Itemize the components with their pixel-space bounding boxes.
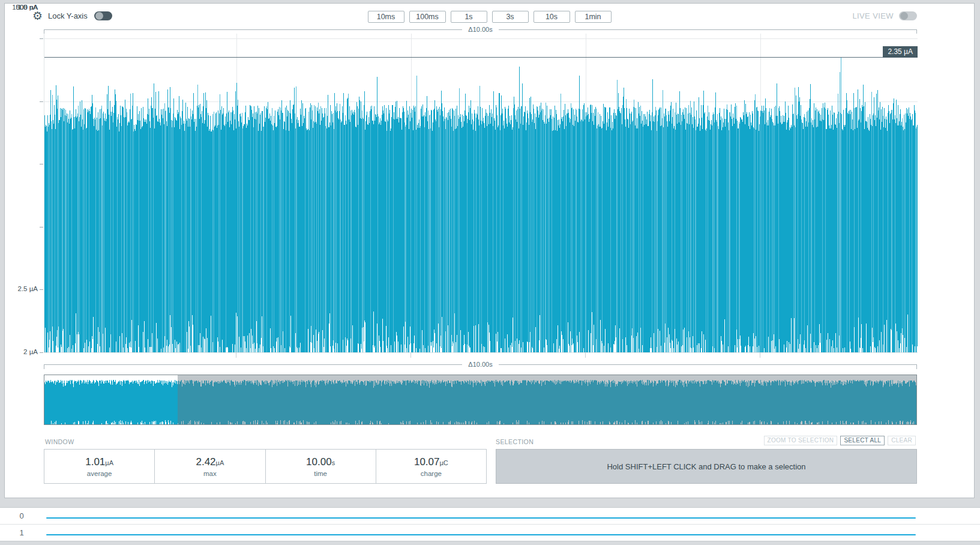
stat-time: 10.00s time (266, 450, 376, 483)
current-waveform-chart[interactable]: 2.35 µA (44, 34, 918, 353)
selection-section-label: SELECTION (496, 438, 534, 445)
window-section-label: WINDOW (45, 438, 74, 445)
x-axis-tick-mark (585, 352, 586, 358)
zoom-to-selection-button[interactable]: ZOOM TO SELECTION (764, 436, 838, 445)
digital-channel-label: 1 (14, 528, 29, 537)
bottom-time-axis: Δ10.00s (44, 360, 917, 369)
stat-unit: µA (216, 459, 224, 466)
stat-label: time (314, 470, 327, 477)
y-axis-tick-mark (40, 101, 43, 102)
digital-channel-row[interactable]: 1 (0, 525, 980, 541)
axis-line (499, 364, 917, 365)
digital-channels-panel: 0 1 (0, 507, 980, 541)
minimap-unselected-overlay (178, 375, 916, 424)
time-window-delta-label: Δ10.00s (468, 26, 492, 33)
stat-label: max (203, 470, 217, 477)
minimap[interactable] (44, 375, 917, 425)
window-button-1min[interactable]: 1min (575, 11, 612, 23)
window-button-3s[interactable]: 3s (492, 11, 529, 23)
power-profiler-panel: ⚙ Lock Y-axis 10ms 100ms 1s 3s 10s 1min … (4, 3, 975, 498)
axis-line (499, 29, 917, 30)
max-marker-badge: 2.35 µA (883, 46, 918, 58)
stat-charge: 10.07µC charge (376, 450, 486, 483)
window-button-1s[interactable]: 1s (451, 11, 487, 23)
select-all-button[interactable]: SELECT ALL (840, 436, 885, 445)
time-window-delta-label: Δ10.00s (468, 361, 492, 368)
selection-actions: ZOOM TO SELECTION SELECT ALL CLEAR (764, 436, 916, 445)
digital-channel-row[interactable]: 0 (0, 508, 980, 525)
y-axis-tick-label: 0 nA (5, 4, 38, 11)
live-view-control: LIVE VIEW (852, 11, 917, 20)
stat-unit: s (332, 459, 335, 466)
stat-label: charge (421, 470, 442, 477)
axis-line (44, 364, 462, 365)
stat-label: average (87, 470, 112, 477)
window-button-10ms[interactable]: 10ms (368, 11, 404, 23)
stat-max: 2.42µA max (155, 450, 265, 483)
live-view-toggle[interactable] (899, 11, 917, 20)
selection-hint-text: Hold SHIFT+LEFT CLICK and DRAG to make a… (607, 462, 805, 471)
stat-unit: µA (105, 459, 113, 466)
digital-channel-label: 0 (14, 511, 29, 520)
y-axis-tick-label: 2 µA (5, 348, 38, 355)
digital-channel-trace (46, 534, 916, 535)
stat-value: 10.00 (306, 456, 332, 468)
stat-average: 1.01µA average (44, 450, 155, 483)
max-marker-line (44, 57, 918, 58)
current-waveform (44, 34, 918, 352)
stat-value: 10.07 (414, 456, 440, 468)
stat-unit: µC (440, 459, 448, 466)
y-axis-tick-mark (40, 164, 43, 164)
selection-hint-box: Hold SHIFT+LEFT CLICK and DRAG to make a… (496, 449, 917, 484)
axis-line (44, 29, 462, 30)
y-axis-tick-mark (40, 289, 43, 290)
time-window-buttons: 10ms 100ms 1s 3s 10s 1min (5, 11, 974, 23)
y-axis-tick-mark (40, 352, 43, 353)
window-button-100ms[interactable]: 100ms (409, 11, 446, 23)
y-axis-tick-mark (40, 227, 43, 227)
top-time-axis: Δ10.00s (44, 25, 917, 34)
live-view-label: LIVE VIEW (852, 11, 894, 20)
x-axis-tick-mark (760, 352, 760, 358)
x-axis-tick-mark (410, 352, 411, 358)
clear-selection-button[interactable]: CLEAR (888, 436, 916, 445)
y-axis-tick-label: 2.5 µA (5, 285, 38, 292)
window-button-10s[interactable]: 10s (534, 11, 570, 23)
y-axis-tick-mark (40, 38, 43, 39)
window-stats: 1.01µA average 2.42µA max 10.00s time 10… (44, 449, 487, 484)
stat-value: 1.01 (85, 456, 105, 468)
toggle-knob (900, 12, 908, 20)
digital-channel-trace (46, 517, 916, 519)
x-axis-tick-mark (236, 352, 236, 358)
stat-value: 2.42 (196, 456, 215, 468)
